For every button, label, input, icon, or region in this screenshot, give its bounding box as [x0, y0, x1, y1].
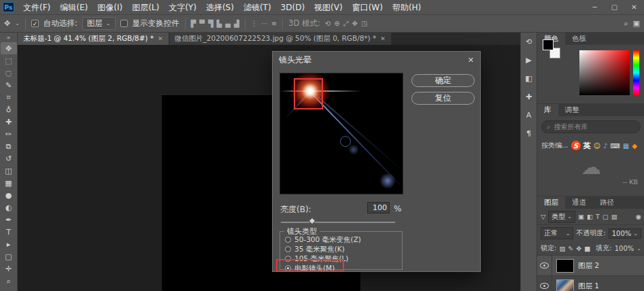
toolbox-icon[interactable]: ▦	[623, 142, 629, 150]
voice-input-icon[interactable]: ♪	[603, 142, 607, 150]
sogou-logo-icon[interactable]: S	[571, 141, 581, 150]
filter-pixel-layers-icon[interactable]: ▣	[578, 213, 584, 220]
document-tab-untitled[interactable]: 未标题-1 @ 41.4% (图层 2, RGB/8#) * ✕	[18, 33, 169, 45]
close-icon[interactable]: ✕	[380, 35, 386, 42]
pen-tool[interactable]: ✒	[1, 213, 17, 226]
3d-slide-icon[interactable]: ✥	[352, 20, 358, 28]
brightness-slider-track[interactable]	[281, 222, 395, 223]
align-right-icon[interactable]: ▜	[208, 20, 214, 27]
visibility-cell[interactable]	[537, 256, 552, 275]
filter-adjustment-layers-icon[interactable]: ◧	[587, 213, 593, 220]
menu-filter[interactable]: 滤镜(T)	[239, 0, 276, 15]
brightness-slider-thumb[interactable]	[308, 217, 316, 224]
filter-shape-layers-icon[interactable]: ▢	[603, 213, 609, 220]
menu-view[interactable]: 视图(V)	[309, 0, 348, 15]
3d-roll-icon[interactable]: ⊕	[334, 20, 339, 28]
tool-preset-caret-icon[interactable]: ⌄	[15, 20, 20, 27]
brightness-input[interactable]: 100	[367, 202, 390, 213]
fill-value[interactable]: 100%	[615, 245, 634, 252]
filter-kind-dropdown[interactable]: 类型 ⌄	[548, 211, 575, 223]
library-search-input[interactable]: ⌕ 搜索所有库	[541, 120, 641, 133]
dialog-close-icon[interactable]: ✕	[468, 56, 474, 65]
menu-select[interactable]: 选择(S)	[201, 0, 239, 15]
library-sort-label[interactable]: 按类编...	[541, 141, 569, 150]
align-bottom-icon[interactable]: ▟	[234, 20, 239, 27]
menu-layer[interactable]: 图层(L)	[127, 0, 164, 15]
filter-smart-objects-icon[interactable]: ▤	[611, 213, 617, 220]
menu-3d[interactable]: 3D(D)	[276, 0, 309, 15]
menu-file[interactable]: 文件(F)	[18, 0, 55, 15]
history-panel-icon[interactable]: ⟲	[521, 33, 537, 51]
clone-stamp-tool[interactable]: ⧉	[1, 140, 17, 152]
tab-channels[interactable]: 通道	[565, 196, 593, 209]
menu-window[interactable]: 窗口(W)	[348, 0, 388, 15]
ok-button[interactable]: 确定	[411, 74, 475, 87]
marquee-tool[interactable]: ⬚	[1, 54, 17, 67]
eyedropper-tool[interactable]: ♁	[1, 103, 17, 116]
zoom-tool[interactable]: ⌕	[1, 275, 17, 287]
saturation-brightness-field[interactable]	[579, 50, 630, 95]
quick-selection-tool[interactable]: ✎	[1, 79, 17, 91]
search-icon[interactable]: ⌕	[624, 19, 628, 28]
emoji-icon[interactable]: ☺	[594, 142, 600, 150]
toolbar-collapse-icon[interactable]: »	[7, 33, 11, 42]
blur-tool[interactable]: ●	[1, 189, 17, 201]
blend-mode-dropdown[interactable]: 正常 ⌄	[541, 227, 573, 239]
lock-transparent-pixels-icon[interactable]: ▨	[559, 245, 565, 252]
hue-slider[interactable]	[633, 50, 639, 95]
hand-tool[interactable]: ✛	[1, 262, 17, 275]
dialog-title-bar[interactable]: 镜头光晕 ✕	[273, 52, 480, 68]
dodge-tool[interactable]: ◐	[1, 201, 17, 213]
tab-layers[interactable]: 图层	[537, 196, 565, 209]
keyboard-icon[interactable]: ⌨	[610, 142, 620, 150]
layer-row-1[interactable]: 图层 1	[537, 275, 644, 291]
visibility-eye-icon[interactable]	[540, 283, 549, 289]
cart-icon[interactable]: ◆	[632, 142, 637, 150]
close-icon[interactable]: ✕	[158, 35, 163, 42]
flare-preview[interactable]	[279, 73, 403, 194]
layer-row-2[interactable]: 图层 2	[537, 255, 644, 275]
layer-name[interactable]: 图层 2	[578, 261, 599, 271]
lock-image-pixels-icon[interactable]: ✎	[568, 245, 573, 252]
opacity-dropdown[interactable]: 100% ⌄	[609, 228, 641, 239]
brush-tool[interactable]: ✏	[1, 128, 17, 140]
menu-type[interactable]: 文字(Y)	[164, 0, 201, 15]
filtering-toggle-icon[interactable]: ◉	[636, 213, 641, 220]
foreground-color-swatch[interactable]	[543, 39, 554, 50]
align-top-icon[interactable]: ▙	[217, 20, 222, 27]
lens-option-35mm-prime[interactable]: 35 毫米聚焦(K)	[280, 245, 402, 254]
tab-paths[interactable]: 路径	[593, 196, 621, 209]
layer-thumbnail[interactable]	[556, 259, 574, 273]
filter-type-layers-icon[interactable]: T	[596, 213, 600, 220]
crop-tool[interactable]: ⌗	[1, 91, 17, 103]
current-tool-icon[interactable]: ✥	[4, 19, 10, 28]
tab-libraries[interactable]: 库	[537, 104, 558, 116]
move-tool[interactable]: ✥	[1, 42, 17, 54]
menu-image[interactable]: 图像(I)	[92, 0, 127, 15]
lock-all-icon[interactable]: ■	[584, 245, 590, 252]
layer-thumbnail[interactable]	[556, 279, 574, 291]
auto-select-checkbox[interactable]: ✓	[31, 20, 39, 27]
shape-tool[interactable]: ▢	[1, 250, 17, 262]
minimize-button[interactable]: ─	[585, 0, 605, 15]
tab-adjustments[interactable]: 调整	[558, 104, 586, 116]
radio-icon[interactable]	[285, 246, 291, 252]
path-selection-tool[interactable]: ▸	[1, 238, 17, 250]
history-brush-tool[interactable]: ↺	[1, 152, 17, 165]
distribute-vertical-icon[interactable]: ⋮	[251, 20, 258, 27]
show-transform-checkbox[interactable]	[120, 20, 128, 27]
document-tab-wechat-image[interactable]: 微信图片_20200607222523.jpg @ 50% (图层 0, RGB…	[169, 33, 391, 45]
eraser-tool[interactable]: ◫	[1, 165, 17, 177]
paragraph-panel-icon[interactable]: ¶	[521, 124, 537, 143]
spot-healing-tool[interactable]: ✚	[1, 116, 17, 128]
align-center-icon[interactable]: ▀	[199, 20, 205, 27]
maximize-button[interactable]: ▢	[605, 0, 624, 15]
align-left-icon[interactable]: ▛	[191, 20, 197, 27]
auto-select-target-dropdown[interactable]: 图层 ⌄	[82, 17, 116, 30]
3d-drag-icon[interactable]: ⤢	[343, 20, 349, 28]
distribute-even-icon[interactable]: ≡	[271, 20, 277, 27]
info-panel-icon[interactable]: ✚	[521, 88, 537, 106]
layer-name[interactable]: 图层 1	[578, 281, 599, 291]
radio-icon[interactable]	[285, 237, 291, 243]
reset-button[interactable]: 复位	[411, 92, 475, 105]
